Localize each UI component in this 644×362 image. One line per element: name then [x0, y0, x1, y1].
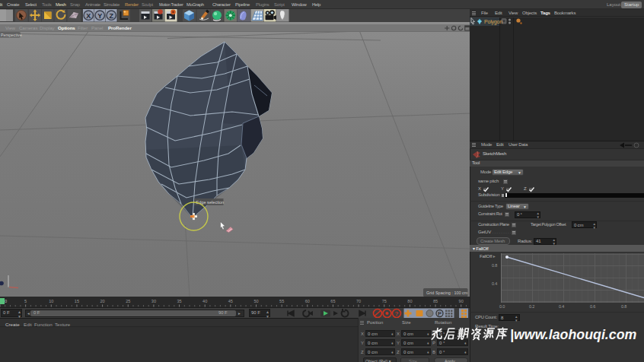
svg-text:50: 50: [253, 299, 258, 303]
svg-text:5: 5: [24, 299, 27, 303]
svg-text:P: P: [438, 310, 442, 317]
svg-text:Perspective: Perspective: [1, 33, 22, 37]
svg-text:Z: Z: [109, 12, 113, 20]
svg-text:60: 60: [305, 299, 310, 303]
svg-text:40: 40: [202, 299, 207, 303]
svg-text:70: 70: [356, 299, 361, 303]
svg-text:90: 90: [459, 299, 464, 303]
svg-text:80: 80: [407, 299, 412, 303]
svg-text:?: ?: [395, 310, 399, 317]
svg-text:15: 15: [75, 299, 79, 303]
svg-text:35: 35: [177, 299, 181, 303]
svg-text:65: 65: [330, 299, 335, 303]
svg-text:25: 25: [126, 299, 130, 303]
svg-text:85: 85: [433, 299, 438, 303]
svg-text:55: 55: [279, 299, 284, 303]
svg-text:75: 75: [382, 299, 387, 303]
svg-text:Grid Spacing : 100 cm: Grid Spacing : 100 cm: [426, 291, 468, 295]
svg-text:20: 20: [100, 299, 104, 303]
svg-text:|www.laohouqi.com: |www.laohouqi.com: [510, 327, 637, 342]
svg-text:X: X: [86, 12, 91, 20]
svg-text:10: 10: [49, 299, 53, 303]
svg-text:45: 45: [228, 299, 233, 303]
svg-text:Y: Y: [97, 12, 102, 20]
svg-text:30: 30: [151, 299, 156, 303]
